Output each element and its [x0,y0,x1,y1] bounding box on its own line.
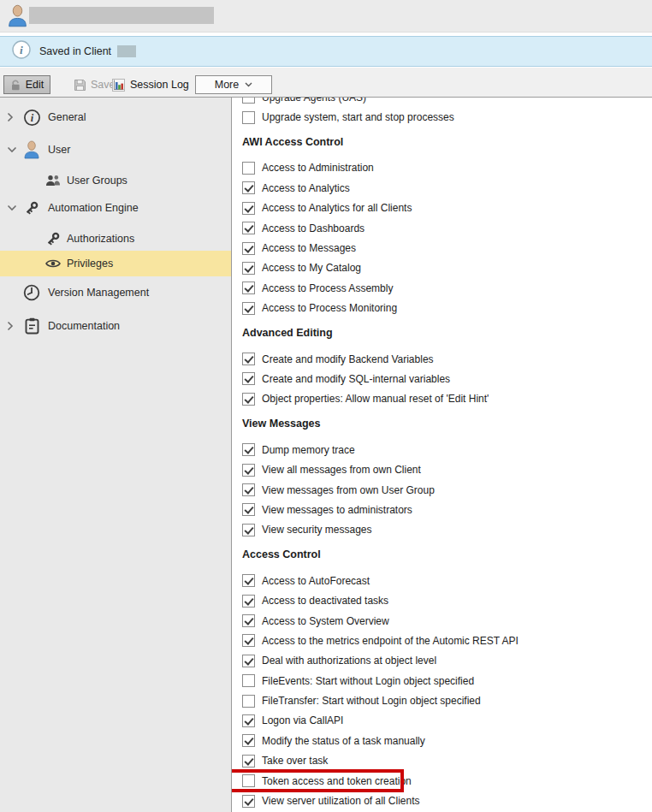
checkbox-label: Access to Dashboards [262,222,365,234]
checkbox-label: Logon via CallAPI [262,714,343,726]
checkbox-view-all-messages-from-own-client[interactable] [242,464,255,477]
checkbox-modify-the-status-of-a-task-manually[interactable] [242,734,255,747]
privilege-row-upgrade-system-start-and-stop-processes: Upgrade system, start and stop processes [232,107,652,127]
privilege-row-filetransfer-start-without-login-object-specified: FileTransfer: Start without Login object… [232,690,652,710]
privilege-row-access-to-my-catalog: Access to My Catalog [232,258,652,278]
more-button-label: More [215,79,239,91]
checkbox-token-access-and-token-creation[interactable] [242,774,255,787]
section-header-advanced-editing: Advanced Editing [232,318,652,344]
sidebar-item-label: Privileges [67,258,113,270]
checkbox-access-to-dashboards[interactable] [242,222,255,234]
checkbox-label: Dump memory trace [262,444,355,456]
checkbox-access-to-deactivated-tasks[interactable] [242,595,255,608]
checkbox-label: Access to Administration [262,162,374,174]
checkbox-view-messages-to-administrators[interactable] [242,503,255,516]
privilege-row-take-over-task: Take over task [232,751,652,771]
sidebar-item-general[interactable]: iGeneral [0,104,231,130]
checkbox-dump-memory-trace[interactable] [242,443,255,456]
privilege-row-create-and-modify-sql-internal-variables: Create and modify SQL-internal variables [232,369,652,388]
privilege-row-view-messages-from-own-user-group: View messages from own User Group [232,480,652,500]
sidebar-item-documentation[interactable]: Documentation [0,313,231,339]
sidebar-item-user[interactable]: User [0,137,231,163]
checkbox-label: Access to Analytics for all Clients [262,202,412,214]
checkbox-take-over-task[interactable] [242,755,255,768]
checkbox-view-server-utilization-of-all-clients[interactable] [242,795,255,808]
sidebar-item-user-groups[interactable]: User Groups [0,168,231,193]
privilege-row-access-to-analytics: Access to Analytics [232,178,652,198]
checkbox-deal-with-authorizations-at-object-level[interactable] [242,655,255,667]
checkbox-access-to-the-metrics-endpoint-of-the-automic-rest-api[interactable] [242,634,255,647]
privilege-row-access-to-process-monitoring: Access to Process Monitoring [232,299,652,318]
privilege-row-modify-the-status-of-a-task-manually: Modify the status of a task manually [232,731,652,750]
save-icon [74,79,86,92]
privilege-row-view-server-utilization-of-all-clients: View server utilization of all Clients [232,791,652,810]
privilege-row-deal-with-authorizations-at-object-level: Deal with authorizations at object level [232,651,652,671]
privilege-row-view-security-messages: View security messages [232,520,652,540]
checkbox-filetransfer-start-without-login-object-specified[interactable] [242,695,255,708]
checkbox-label: View all messages from own Client [262,464,421,476]
key-icon [44,231,62,246]
checkbox-label: Modify the status of a task manually [262,735,425,747]
checkbox-access-to-messages[interactable] [242,242,255,255]
section-header-awi-access-control: AWI Access Control [232,127,652,153]
checkbox-label: View server utilization of all Clients [262,795,420,807]
checkbox-label: Access to Process Monitoring [262,302,397,314]
session-log-label: Session Log [130,79,189,91]
checkbox-logon-via-callapi[interactable] [242,714,255,727]
toolbar: Edit Save Session Log More [0,68,652,98]
checkbox-create-and-modify-backend-variables[interactable] [242,353,255,365]
chevron-right-icon[interactable] [7,321,21,331]
checkbox-label: Access to deactivated tasks [262,595,388,607]
privilege-row-object-properties-allow-manual-reset-of-edit-hint: Object properties: Allow manual reset of… [232,389,652,409]
key-icon [21,200,42,216]
privilege-row-view-messages-to-administrators: View messages to administrators [232,500,652,519]
checkbox-access-to-administration[interactable] [242,162,255,175]
sidebar-item-automation-engine[interactable]: Automation Engine [0,195,231,221]
redacted-object-title [29,7,214,24]
privilege-row-access-to-process-assembly: Access to Process Assembly [232,278,652,298]
sidebar-item-authorizations[interactable]: Authorizations [0,226,231,252]
sidebar-item-privileges[interactable]: Privileges [0,251,231,276]
privilege-row-access-to-deactivated-tasks: Access to deactivated tasks [232,590,652,610]
checkbox-label: Access to AutoForecast [262,575,370,587]
session-log-button[interactable]: Session Log [112,75,189,94]
checkbox-fileevents-start-without-login-object-specified[interactable] [242,674,255,687]
checkbox-label: View security messages [262,524,372,536]
privilege-row-access-to-analytics-for-all-clients: Access to Analytics for all Clients [232,199,652,218]
checkbox-upgrade-agents-uas[interactable] [242,98,255,104]
lock-icon [10,80,22,91]
sidebar-item-version-management[interactable]: Version Management [0,280,231,305]
checkbox-create-and-modify-sql-internal-variables[interactable] [242,372,255,385]
checkbox-access-to-process-assembly[interactable] [242,282,255,294]
save-button[interactable]: Save [74,75,116,94]
privilege-row-access-to-the-metrics-endpoint-of-the-automic-rest-api: Access to the metrics endpoint of the Au… [232,631,652,650]
checkbox-access-to-system-overview[interactable] [242,614,255,627]
checkbox-view-messages-from-own-user-group[interactable] [242,483,255,496]
chevron-down-icon[interactable] [7,204,21,211]
edit-button[interactable]: Edit [3,75,50,94]
checkbox-access-to-my-catalog[interactable] [242,262,255,275]
checkbox-object-properties-allow-manual-reset-of-edit-hint[interactable] [242,393,255,406]
user-groups-icon [44,175,62,187]
redacted-client-id [117,45,136,57]
checkbox-label: Access to the metrics endpoint of the Au… [262,635,519,647]
chevron-down-icon[interactable] [7,146,21,153]
document-icon [21,317,42,335]
checkbox-label: Access to My Catalog [262,262,361,274]
checkbox-access-to-analytics-for-all-clients[interactable] [242,202,255,215]
checkbox-access-to-analytics[interactable] [242,181,255,194]
sidebar-item-label: User [48,144,70,156]
checkbox-upgrade-system-start-and-stop-processes[interactable] [242,111,255,124]
checkbox-access-to-process-monitoring[interactable] [242,302,255,315]
chevron-right-icon[interactable] [7,112,21,122]
more-button[interactable]: More [195,75,272,94]
checkbox-view-security-messages[interactable] [242,524,255,536]
sidebar-item-label: Automation Engine [48,202,139,214]
checkbox-label: Token access and token creation [262,775,412,787]
eye-icon [44,258,62,269]
section-header-access-control: Access Control [232,540,652,566]
checkbox-label: Object properties: Allow manual reset of… [262,393,489,405]
banner-text: Saved in Client [39,45,111,57]
checkbox-access-to-autoforecast[interactable] [242,574,255,587]
privilege-row-dump-memory-trace: Dump memory trace [232,440,652,459]
